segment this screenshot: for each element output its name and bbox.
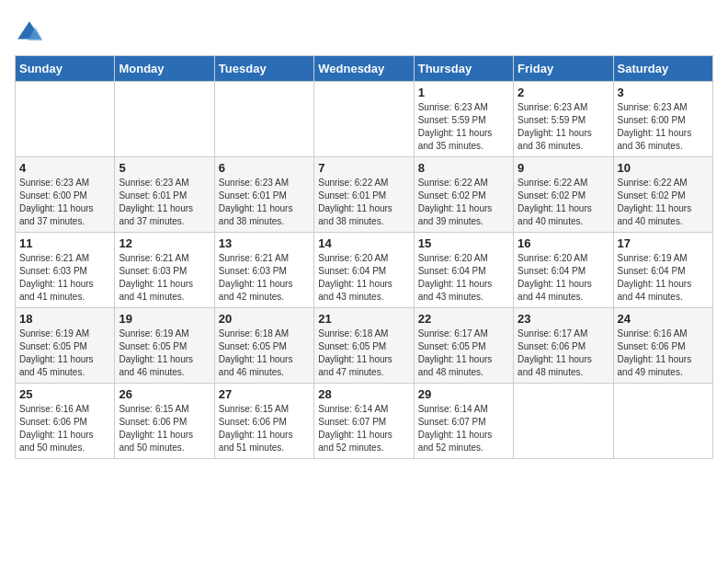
day-number: 4 [19,161,110,175]
day-number: 20 [219,312,310,326]
day-number: 27 [219,387,310,401]
calendar-cell: 12Sunrise: 6:21 AM Sunset: 6:03 PM Dayli… [115,233,214,308]
day-number: 9 [518,161,609,175]
dow-header: Sunday [16,56,115,82]
dow-header: Thursday [414,56,513,82]
calendar-cell: 1Sunrise: 6:23 AM Sunset: 5:59 PM Daylig… [414,82,513,157]
dow-header: Monday [115,56,214,82]
logo [15,18,48,48]
day-info: Sunrise: 6:14 AM Sunset: 6:07 PM Dayligh… [418,403,509,454]
calendar: SundayMondayTuesdayWednesdayThursdayFrid… [15,55,713,459]
day-number: 17 [618,236,709,250]
calendar-cell [514,384,613,459]
day-number: 23 [518,312,609,326]
day-info: Sunrise: 6:19 AM Sunset: 6:04 PM Dayligh… [618,252,709,304]
day-number: 8 [418,161,509,175]
day-number: 28 [318,387,409,401]
calendar-cell: 22Sunrise: 6:17 AM Sunset: 6:05 PM Dayli… [414,308,513,384]
day-number: 16 [518,236,609,250]
header [15,15,713,48]
calendar-cell [115,82,214,157]
day-number: 24 [618,312,709,326]
day-info: Sunrise: 6:21 AM Sunset: 6:03 PM Dayligh… [119,252,210,304]
calendar-cell: 7Sunrise: 6:22 AM Sunset: 6:01 PM Daylig… [314,157,414,233]
day-info: Sunrise: 6:20 AM Sunset: 6:04 PM Dayligh… [518,252,609,304]
calendar-body: 1Sunrise: 6:23 AM Sunset: 5:59 PM Daylig… [16,82,713,459]
calendar-cell: 25Sunrise: 6:16 AM Sunset: 6:06 PM Dayli… [16,384,115,459]
calendar-cell: 11Sunrise: 6:21 AM Sunset: 6:03 PM Dayli… [16,233,115,308]
calendar-cell: 18Sunrise: 6:19 AM Sunset: 6:05 PM Dayli… [16,308,115,384]
calendar-week-row: 4Sunrise: 6:23 AM Sunset: 6:00 PM Daylig… [16,157,713,233]
day-number: 14 [318,236,409,250]
day-info: Sunrise: 6:16 AM Sunset: 6:06 PM Dayligh… [618,327,709,379]
day-info: Sunrise: 6:21 AM Sunset: 6:03 PM Dayligh… [19,252,110,304]
calendar-cell: 9Sunrise: 6:22 AM Sunset: 6:02 PM Daylig… [514,157,613,233]
day-info: Sunrise: 6:14 AM Sunset: 6:07 PM Dayligh… [318,403,409,454]
calendar-cell: 13Sunrise: 6:21 AM Sunset: 6:03 PM Dayli… [214,233,313,308]
day-number: 3 [618,86,709,99]
day-number: 29 [418,387,509,401]
day-info: Sunrise: 6:23 AM Sunset: 5:59 PM Dayligh… [518,101,609,153]
day-info: Sunrise: 6:18 AM Sunset: 6:05 PM Dayligh… [318,327,409,379]
day-info: Sunrise: 6:19 AM Sunset: 6:05 PM Dayligh… [19,327,110,379]
calendar-cell: 20Sunrise: 6:18 AM Sunset: 6:05 PM Dayli… [214,308,313,384]
dow-header: Saturday [613,56,712,82]
calendar-cell: 23Sunrise: 6:17 AM Sunset: 6:06 PM Dayli… [514,308,613,384]
day-info: Sunrise: 6:22 AM Sunset: 6:02 PM Dayligh… [518,177,609,228]
calendar-cell: 3Sunrise: 6:23 AM Sunset: 6:00 PM Daylig… [613,82,712,157]
day-info: Sunrise: 6:17 AM Sunset: 6:05 PM Dayligh… [418,327,509,379]
day-number: 18 [19,312,110,326]
day-number: 6 [219,161,310,175]
day-number: 12 [119,236,210,250]
logo-icon [15,18,44,48]
calendar-cell: 14Sunrise: 6:20 AM Sunset: 6:04 PM Dayli… [314,233,414,308]
calendar-week-row: 11Sunrise: 6:21 AM Sunset: 6:03 PM Dayli… [16,233,713,308]
day-info: Sunrise: 6:22 AM Sunset: 6:02 PM Dayligh… [618,177,709,228]
day-number: 25 [19,387,110,401]
day-number: 11 [19,236,110,250]
calendar-cell: 21Sunrise: 6:18 AM Sunset: 6:05 PM Dayli… [314,308,414,384]
day-info: Sunrise: 6:15 AM Sunset: 6:06 PM Dayligh… [119,403,210,454]
day-info: Sunrise: 6:23 AM Sunset: 6:01 PM Dayligh… [119,177,210,228]
day-info: Sunrise: 6:22 AM Sunset: 6:01 PM Dayligh… [318,177,409,228]
day-number: 7 [318,161,409,175]
calendar-cell: 5Sunrise: 6:23 AM Sunset: 6:01 PM Daylig… [115,157,214,233]
day-info: Sunrise: 6:19 AM Sunset: 6:05 PM Dayligh… [119,327,210,379]
day-number: 21 [318,312,409,326]
calendar-cell: 19Sunrise: 6:19 AM Sunset: 6:05 PM Dayli… [115,308,214,384]
calendar-cell: 17Sunrise: 6:19 AM Sunset: 6:04 PM Dayli… [613,233,712,308]
day-info: Sunrise: 6:15 AM Sunset: 6:06 PM Dayligh… [219,403,310,454]
dow-header: Wednesday [314,56,414,82]
day-info: Sunrise: 6:20 AM Sunset: 6:04 PM Dayligh… [418,252,509,304]
day-info: Sunrise: 6:17 AM Sunset: 6:06 PM Dayligh… [518,327,609,379]
day-info: Sunrise: 6:23 AM Sunset: 6:00 PM Dayligh… [19,177,110,228]
dow-header: Tuesday [214,56,313,82]
day-number: 5 [119,161,210,175]
calendar-cell [16,82,115,157]
calendar-cell [613,384,712,459]
day-number: 22 [418,312,509,326]
day-info: Sunrise: 6:23 AM Sunset: 6:01 PM Dayligh… [219,177,310,228]
day-number: 19 [119,312,210,326]
calendar-cell: 8Sunrise: 6:22 AM Sunset: 6:02 PM Daylig… [414,157,513,233]
day-info: Sunrise: 6:18 AM Sunset: 6:05 PM Dayligh… [219,327,310,379]
dow-header: Friday [514,56,613,82]
calendar-week-row: 1Sunrise: 6:23 AM Sunset: 5:59 PM Daylig… [16,82,713,157]
day-of-week-row: SundayMondayTuesdayWednesdayThursdayFrid… [16,56,713,82]
calendar-cell: 24Sunrise: 6:16 AM Sunset: 6:06 PM Dayli… [613,308,712,384]
calendar-cell: 26Sunrise: 6:15 AM Sunset: 6:06 PM Dayli… [115,384,214,459]
day-info: Sunrise: 6:20 AM Sunset: 6:04 PM Dayligh… [318,252,409,304]
calendar-cell: 27Sunrise: 6:15 AM Sunset: 6:06 PM Dayli… [214,384,313,459]
day-number: 13 [219,236,310,250]
calendar-cell: 10Sunrise: 6:22 AM Sunset: 6:02 PM Dayli… [613,157,712,233]
day-number: 1 [418,86,509,99]
calendar-cell: 16Sunrise: 6:20 AM Sunset: 6:04 PM Dayli… [514,233,613,308]
calendar-week-row: 25Sunrise: 6:16 AM Sunset: 6:06 PM Dayli… [16,384,713,459]
day-info: Sunrise: 6:16 AM Sunset: 6:06 PM Dayligh… [19,403,110,454]
day-number: 15 [418,236,509,250]
day-number: 26 [119,387,210,401]
day-info: Sunrise: 6:23 AM Sunset: 6:00 PM Dayligh… [618,101,709,153]
calendar-cell [314,82,414,157]
day-info: Sunrise: 6:22 AM Sunset: 6:02 PM Dayligh… [418,177,509,228]
day-number: 2 [518,86,609,99]
